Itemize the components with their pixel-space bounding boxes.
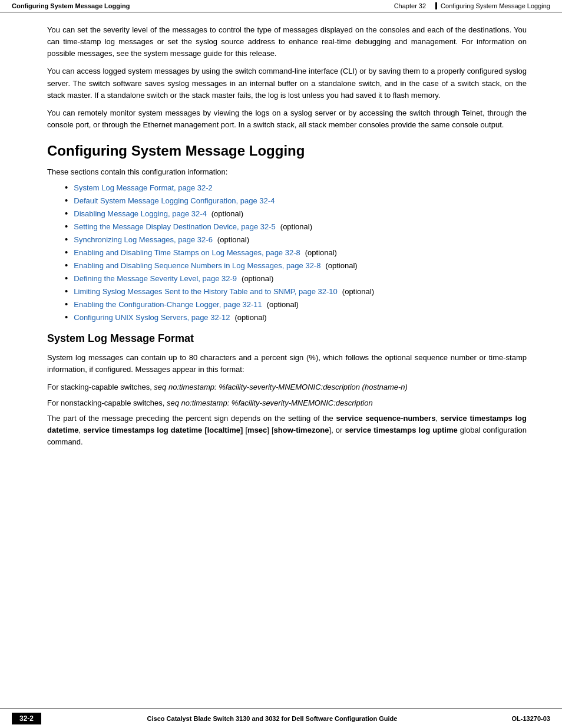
header-left-label: Configuring System Message Logging xyxy=(12,2,130,9)
toc-link-1[interactable]: System Log Message Format, page 32-2 xyxy=(74,183,213,192)
header-right-text: Configuring System Message Logging xyxy=(435,2,550,9)
configuring-section: Configuring System Message Logging These… xyxy=(47,143,527,322)
para3-prefix: For nonstacking-capable switches, xyxy=(47,398,167,407)
toc-optional-3b: (optional) xyxy=(211,209,243,218)
toc-link-4[interactable]: Setting the Message Display Destination … xyxy=(74,222,276,231)
para4-text4: ] [ xyxy=(267,426,273,434)
para4-bold5: show-timezone xyxy=(274,426,329,434)
toc-link-5[interactable]: Synchronizing Log Messages, page 32-6 xyxy=(74,235,213,244)
footer-center-text: Cisco Catalyst Blade Switch 3130 and 303… xyxy=(41,715,503,722)
intro-para-3: You can remotely monitor system messages… xyxy=(47,107,527,131)
toc-link-6[interactable]: Enabling and Disabling Time Stamps on Lo… xyxy=(74,248,300,257)
list-item: Synchronizing Log Messages, page 32-6 (o… xyxy=(65,234,527,244)
para2-code: seq no:timestamp: %facility-severity-MNE… xyxy=(154,383,408,391)
list-item: Configuring UNIX Syslog Servers, page 32… xyxy=(65,312,527,322)
toc-link-7[interactable]: Enabling and Disabling Sequence Numbers … xyxy=(74,261,320,270)
list-item: System Log Message Format, page 32-2 xyxy=(65,182,527,192)
system-log-para2: For stacking-capable switches, seq no:ti… xyxy=(47,381,527,393)
intro-para-1: You can set the severity level of the me… xyxy=(47,24,527,60)
para3-code: seq no:timestamp: %facility-severity-MNE… xyxy=(167,398,373,407)
toc-optional-7b: (optional) xyxy=(325,261,357,270)
list-item: Enabling the Configuration-Change Logger… xyxy=(65,299,527,309)
toc-optional-8b: (optional) xyxy=(242,274,273,283)
chapter-label: Chapter 32 xyxy=(394,2,426,9)
para4-prefix: The part of the message preceding the pe… xyxy=(47,414,336,423)
system-log-para3: For nonstacking-capable switches, seq no… xyxy=(47,397,527,409)
toc-optional-11b: (optional) xyxy=(234,313,266,322)
system-log-heading: System Log Message Format xyxy=(47,332,527,345)
configuring-intro: These sections contain this configuratio… xyxy=(47,167,527,176)
toc-link-11[interactable]: Configuring UNIX Syslog Servers, page 32… xyxy=(74,313,230,322)
list-item: Setting the Message Display Destination … xyxy=(65,221,527,231)
para4-text3: [ xyxy=(243,426,247,434)
para4-text1: , xyxy=(435,414,440,423)
para2-prefix: For stacking-capable switches, xyxy=(47,383,154,391)
list-item: Disabling Message Logging, page 32-4 (op… xyxy=(65,208,527,218)
footer-right-text: OL-13270-03 xyxy=(503,715,550,722)
list-item: Default System Message Logging Configura… xyxy=(65,195,527,205)
header-right: Chapter 32 Configuring System Message Lo… xyxy=(394,2,550,9)
toc-optional-4b: (optional) xyxy=(280,222,312,231)
intro-section: You can set the severity level of the me… xyxy=(47,24,527,131)
toc-optional-10b: (optional) xyxy=(267,300,299,309)
page-header: Configuring System Message Logging Chapt… xyxy=(0,0,562,12)
toc-link-10[interactable]: Enabling the Configuration-Change Logger… xyxy=(74,300,262,309)
header-left-text: Configuring System Message Logging xyxy=(12,2,130,9)
main-content: You can set the severity level of the me… xyxy=(0,12,562,466)
list-item: Limiting Syslog Messages Sent to the His… xyxy=(65,286,527,296)
para4-bold1: service sequence-numbers xyxy=(336,414,436,423)
toc-list: System Log Message Format, page 32-2 Def… xyxy=(65,182,527,322)
system-log-para4: The part of the message preceding the pe… xyxy=(47,413,527,448)
system-log-para1: System log messages can contain up to 80… xyxy=(47,352,527,375)
toc-link-8[interactable]: Defining the Message Severity Level, pag… xyxy=(74,274,237,283)
toc-link-3[interactable]: Disabling Message Logging, page 32-4 xyxy=(74,209,207,218)
para4-bold3: service timestamps log datetime [localti… xyxy=(83,426,243,434)
page-footer: 32-2 Cisco Catalyst Blade Switch 3130 an… xyxy=(0,709,562,728)
toc-optional-6b: (optional) xyxy=(305,248,337,257)
configuring-heading: Configuring System Message Logging xyxy=(47,143,527,159)
para4-text2: , xyxy=(78,426,83,434)
intro-para-2: You can access logged system messages by… xyxy=(47,65,527,101)
system-log-section: System Log Message Format System log mes… xyxy=(47,332,527,448)
list-item: Enabling and Disabling Sequence Numbers … xyxy=(65,260,527,270)
toc-link-9[interactable]: Limiting Syslog Messages Sent to the His… xyxy=(74,287,338,296)
toc-optional-5b: (optional) xyxy=(217,235,249,244)
toc-link-2[interactable]: Default System Message Logging Configura… xyxy=(74,196,275,205)
para4-text5: ], or xyxy=(329,426,345,434)
para4-bold6: service timestamps log uptime xyxy=(345,426,457,434)
list-item: Defining the Message Severity Level, pag… xyxy=(65,273,527,283)
toc-optional-9b: (optional) xyxy=(342,287,374,296)
page-number: 32-2 xyxy=(12,713,41,724)
para4-bold4: msec xyxy=(247,426,267,434)
list-item: Enabling and Disabling Time Stamps on Lo… xyxy=(65,247,527,257)
